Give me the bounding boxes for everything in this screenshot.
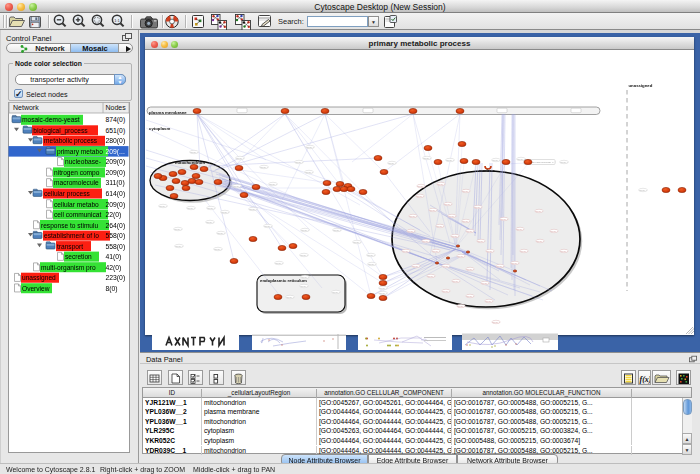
svg-text:plasma membrane: plasma membrane — [149, 110, 187, 115]
svg-text:1:1: 1:1 — [114, 18, 120, 23]
svg-text:Gene(-): Gene(-) — [388, 162, 396, 164]
svg-text:8(0): 8(0) — [106, 285, 118, 293]
svg-text:209(0): 209(0) — [106, 169, 126, 177]
svg-text:Gene(-): Gene(-) — [217, 232, 225, 234]
svg-text:Gene(-): Gene(-) — [407, 230, 415, 232]
svg-text:Gene(-): Gene(-) — [402, 250, 410, 252]
svg-text:macromolecule: macromolecule — [54, 179, 99, 186]
svg-text:nucleus: nucleus — [479, 168, 496, 173]
svg-text:Gene(-): Gene(-) — [295, 161, 303, 163]
svg-text:Gene(-): Gene(-) — [286, 296, 294, 298]
svg-text:Gene(-): Gene(-) — [492, 321, 500, 323]
svg-text:Gene(-): Gene(-) — [462, 190, 470, 192]
svg-text:Gene(-): Gene(-) — [535, 210, 543, 212]
svg-text:Gene(-): Gene(-) — [485, 300, 493, 302]
svg-text:874(0): 874(0) — [106, 116, 126, 124]
svg-text:mitochondrion: mitochondrion — [175, 160, 205, 165]
svg-text:311(0): 311(0) — [106, 179, 125, 187]
svg-text:Gene(-): Gene(-) — [206, 221, 214, 223]
svg-text:Gene(-): Gene(-) — [452, 280, 460, 282]
svg-text:unassigned: unassigned — [629, 83, 653, 88]
svg-text:Gene(-): Gene(-) — [550, 230, 558, 232]
svg-text:Gene(-): Gene(-) — [422, 240, 430, 242]
svg-text:Gene(-): Gene(-) — [159, 205, 167, 207]
svg-text:614(0): 614(0) — [106, 190, 126, 198]
svg-text:Gene(-): Gene(-) — [639, 189, 647, 191]
svg-text:Gene(-): Gene(-) — [190, 151, 198, 153]
svg-text:Gene(-): Gene(-) — [423, 157, 431, 159]
svg-text:651(0): 651(0) — [106, 127, 126, 135]
svg-text:cell communicat: cell communicat — [54, 211, 101, 218]
svg-text:Gene(-): Gene(-) — [214, 248, 222, 250]
svg-text:Gene(-): Gene(-) — [457, 305, 465, 307]
svg-text:cellular metabo: cellular metabo — [54, 201, 99, 208]
svg-text:Gene(-): Gene(-) — [332, 291, 340, 293]
svg-text:Gene(-): Gene(-) — [520, 250, 528, 252]
svg-text:Gene(-): Gene(-) — [409, 215, 417, 217]
svg-text:Gene(-): Gene(-) — [368, 263, 376, 265]
svg-text:Gene(-): Gene(-) — [379, 287, 387, 289]
svg-text:establishment of lo: establishment of lo — [44, 232, 99, 239]
svg-text:Gene(-): Gene(-) — [492, 159, 500, 161]
svg-text:Gene(-): Gene(-) — [236, 157, 244, 159]
svg-text:Gene(-): Gene(-) — [536, 240, 544, 242]
svg-text:Overview: Overview — [22, 285, 50, 292]
svg-text:mosaic-demo-yeast: mosaic-demo-yeast — [22, 116, 80, 124]
svg-text:Gene(-): Gene(-) — [174, 228, 182, 230]
svg-text:Gene(-): Gene(-) — [333, 229, 341, 231]
svg-text:cytoplasm: cytoplasm — [149, 126, 170, 131]
svg-text:Gene(-): Gene(-) — [187, 207, 195, 209]
svg-text:Gene(-): Gene(-) — [436, 225, 444, 227]
svg-text:Gene(-): Gene(-) — [444, 203, 452, 205]
svg-text:secretion: secretion — [65, 253, 92, 260]
svg-text:nucleobase-: nucleobase- — [65, 158, 101, 165]
svg-text:Gene(-): Gene(-) — [457, 255, 465, 257]
svg-text:primary metabo: primary metabo — [57, 148, 103, 156]
svg-text:multi-organism pro: multi-organism pro — [41, 264, 96, 272]
svg-text:Gene(-): Gene(-) — [207, 207, 215, 209]
svg-text:280(0): 280(0) — [106, 137, 126, 145]
svg-text:Gene(-): Gene(-) — [560, 161, 568, 163]
svg-text:Gene(-): Gene(-) — [367, 254, 375, 256]
svg-text:41(0): 41(0) — [106, 253, 122, 261]
svg-text:Gene(-): Gene(-) — [275, 262, 283, 264]
svg-text:Gene(-): Gene(-) — [500, 218, 508, 220]
svg-text:209(0): 209(0) — [106, 201, 126, 209]
svg-text:Gene(-): Gene(-) — [301, 229, 309, 231]
svg-text:Gene(-): Gene(-) — [466, 268, 474, 270]
svg-text:Gene(-): Gene(-) — [427, 275, 435, 277]
svg-text:558(0): 558(0) — [106, 232, 126, 240]
svg-text:Gene(-): Gene(-) — [379, 292, 387, 294]
svg-text:Gene(-): Gene(-) — [416, 195, 424, 197]
svg-text:Gene(-): Gene(-) — [511, 262, 519, 264]
svg-text:Network: Network — [13, 104, 39, 111]
svg-text:biological_process: biological_process — [33, 127, 88, 135]
svg-text:Gene(-): Gene(-) — [462, 220, 470, 222]
svg-text:264(0): 264(0) — [106, 222, 126, 230]
svg-text:Gene(-): Gene(-) — [466, 295, 474, 297]
svg-text:209(...: 209(... — [106, 148, 125, 156]
svg-text:Gene(-): Gene(-) — [306, 146, 314, 148]
svg-text:Gene(-): Gene(-) — [429, 209, 437, 211]
svg-text:Gene(-): Gene(-) — [496, 265, 504, 267]
svg-text:Nodes: Nodes — [106, 104, 127, 111]
svg-text:Gene(-): Gene(-) — [446, 159, 454, 161]
svg-text:f(x): f(x) — [640, 375, 651, 384]
svg-text:Gene(-): Gene(-) — [442, 290, 450, 292]
svg-text:209(0): 209(0) — [106, 158, 126, 166]
svg-text:Gene(-): Gene(-) — [412, 265, 420, 267]
svg-text:558(0): 558(0) — [106, 243, 126, 251]
svg-text:Gene(-): Gene(-) — [466, 230, 474, 232]
svg-text:cellular process: cellular process — [44, 190, 91, 198]
svg-text:Gene(-): Gene(-) — [260, 166, 268, 168]
svg-text:Gene(-): Gene(-) — [486, 250, 494, 252]
svg-text:Gene(-): Gene(-) — [233, 185, 241, 187]
svg-text:Gene(-): Gene(-) — [437, 183, 445, 185]
svg-text:Gene(-): Gene(-) — [175, 245, 183, 247]
svg-text:Gene(-): Gene(-) — [442, 265, 450, 267]
svg-text:Gene(-): Gene(-) — [269, 183, 277, 185]
svg-text:Gene(-): Gene(-) — [517, 158, 525, 160]
svg-text:transport: transport — [57, 243, 83, 251]
svg-text:Gene(-): Gene(-) — [300, 285, 308, 287]
svg-text:Gene(-): Gene(-) — [264, 225, 272, 227]
